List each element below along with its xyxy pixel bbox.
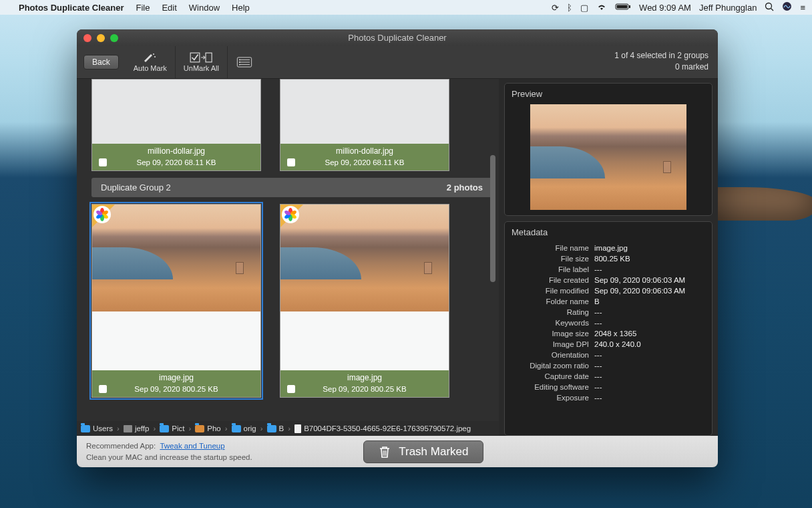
metadata-key: Capture date — [512, 372, 594, 380]
folder-icon — [267, 425, 276, 432]
metadata-value: --- — [594, 351, 602, 359]
metadata-row: Exposure--- — [512, 392, 705, 403]
auto-mark-button[interactable]: Auto Mark — [126, 46, 176, 78]
metadata-row: Keywords--- — [512, 318, 705, 328]
file-icon — [294, 424, 301, 433]
folder-icon — [232, 425, 241, 432]
menu-help[interactable]: Help — [232, 3, 250, 13]
menu-file[interactable]: File — [136, 3, 150, 13]
bluetooth-icon[interactable]: ᛒ — [567, 3, 572, 13]
preview-panel: Preview — [504, 83, 713, 216]
window-zoom-button[interactable] — [110, 34, 118, 42]
metadata-row: Image size2048 x 1365 — [512, 328, 705, 339]
window-close-button[interactable] — [83, 34, 91, 42]
battery-icon[interactable] — [615, 3, 631, 13]
group-header[interactable]: Duplicate Group 2 2 photos — [91, 178, 492, 197]
svg-point-14 — [239, 59, 240, 61]
menubar-user[interactable]: Jeff Phungglan — [699, 3, 757, 13]
photo-card-selected[interactable]: image.jpg Sep 09, 2020 800.25 KB — [91, 204, 261, 398]
svg-point-15 — [239, 61, 240, 63]
photo-filename: million-dollar.jpg — [280, 144, 449, 157]
metadata-value: --- — [594, 362, 602, 370]
metadata-value: --- — [594, 265, 602, 273]
wifi-icon[interactable] — [596, 3, 607, 13]
photo-filename: image.jpg — [280, 370, 449, 384]
spotlight-icon[interactable] — [765, 2, 774, 13]
app-menu-name[interactable]: Photos Duplicate Cleaner — [19, 3, 124, 13]
airplay-icon[interactable]: ▢ — [580, 3, 588, 13]
menu-edit[interactable]: Edit — [162, 3, 176, 13]
photo-thumbnail — [280, 80, 449, 144]
svg-rect-8 — [190, 53, 200, 62]
metadata-key: Image DPI — [512, 340, 594, 348]
back-button[interactable]: Back — [83, 55, 119, 70]
trash-icon — [379, 445, 391, 459]
metadata-key: Keywords — [512, 319, 594, 327]
metadata-row: File nameimage.jpg — [512, 243, 705, 253]
mark-checkbox[interactable] — [287, 385, 295, 393]
photo-meta: Sep 09, 2020 68.11 KB — [114, 158, 260, 166]
metadata-row: Capture date--- — [512, 371, 705, 382]
photos-app-icon — [282, 206, 299, 223]
metadata-value: --- — [594, 372, 602, 380]
metadata-row: Orientation--- — [512, 350, 705, 360]
recommended-app-link[interactable]: Tweak and Tuneup — [160, 442, 224, 450]
toolbar-status: 1 of 4 selected in 2 groups 0 marked — [614, 46, 718, 78]
svg-line-4 — [771, 8, 774, 11]
metadata-row: File createdSep 09, 2020 09:06:03 AM — [512, 275, 705, 285]
photo-thumbnail — [92, 205, 260, 311]
path-bar[interactable]: Users› jeffp› Pict› Pho› orig› B› B7004D… — [77, 421, 499, 436]
metadata-value: image.jpg — [594, 244, 628, 252]
svg-point-6 — [153, 53, 154, 55]
metadata-value: Sep 09, 2020 09:06:03 AM — [594, 276, 685, 284]
photo-card[interactable]: million-dollar.jpg Sep 09, 2020 68.11 KB — [91, 79, 261, 171]
results-pane: million-dollar.jpg Sep 09, 2020 68.11 KB… — [77, 79, 499, 436]
group-count: 2 photos — [447, 182, 483, 193]
metadata-row: Image DPI240.0 x 240.0 — [512, 339, 705, 350]
folder-icon — [160, 425, 169, 432]
metadata-key: Folder name — [512, 297, 594, 305]
mark-checkbox[interactable] — [99, 385, 107, 393]
menu-window[interactable]: Window — [189, 3, 220, 13]
metadata-key: File modified — [512, 287, 594, 295]
window-minimize-button[interactable] — [97, 34, 105, 42]
metadata-value: --- — [594, 308, 602, 316]
sync-icon[interactable]: ⟳ — [552, 3, 559, 13]
trash-marked-button[interactable]: Trash Marked — [363, 440, 483, 463]
menubar-clock[interactable]: Wed 9:09 AM — [639, 3, 691, 13]
metadata-value: B — [594, 297, 600, 305]
photo-card[interactable]: million-dollar.jpg Sep 09, 2020 68.11 KB — [280, 79, 449, 171]
mark-checkbox[interactable] — [287, 158, 295, 166]
window-footer: Recommended App: Tweak and Tuneup Clean … — [77, 436, 718, 467]
inspector-pane: Preview Metadata File nameimage.jpgFile … — [499, 79, 718, 436]
group-title: Duplicate Group 2 — [101, 182, 171, 193]
vertical-scrollbar[interactable] — [488, 82, 497, 418]
metadata-value: 240.0 x 240.0 — [594, 340, 641, 348]
metadata-key: File name — [512, 244, 594, 252]
photo-filename: image.jpg — [92, 370, 260, 384]
scrollbar-thumb[interactable] — [490, 155, 495, 282]
svg-rect-2 — [629, 5, 630, 8]
recommended-app-desc: Clean your MAC and increase the startup … — [86, 453, 252, 461]
folder-icon — [81, 425, 90, 432]
view-options-button[interactable] — [228, 46, 261, 78]
svg-rect-9 — [206, 53, 212, 62]
control-center-icon[interactable]: ≡ — [800, 3, 805, 13]
metadata-key: Image size — [512, 330, 594, 338]
metadata-key: File label — [512, 265, 594, 273]
list-icon — [236, 57, 253, 68]
app-window: Photos Duplicate Cleaner Back Auto Mark … — [77, 29, 718, 467]
results-scroll-area[interactable]: million-dollar.jpg Sep 09, 2020 68.11 KB… — [77, 79, 499, 421]
photo-card[interactable]: image.jpg Sep 09, 2020 800.25 KB — [280, 204, 449, 398]
unmark-all-button[interactable]: UnMark All — [176, 46, 228, 78]
desktop-wallpaper: Photos Duplicate Cleaner File Edit Windo… — [0, 0, 812, 508]
svg-rect-1 — [617, 5, 628, 8]
mark-checkbox[interactable] — [99, 158, 107, 166]
metadata-key: Orientation — [512, 351, 594, 359]
svg-point-16 — [239, 64, 240, 66]
metadata-value: --- — [594, 383, 602, 391]
siri-icon[interactable] — [782, 1, 792, 13]
photo-thumbnail — [92, 80, 260, 144]
window-titlebar[interactable]: Photos Duplicate Cleaner — [77, 29, 718, 46]
window-title: Photos Duplicate Cleaner — [348, 33, 446, 43]
